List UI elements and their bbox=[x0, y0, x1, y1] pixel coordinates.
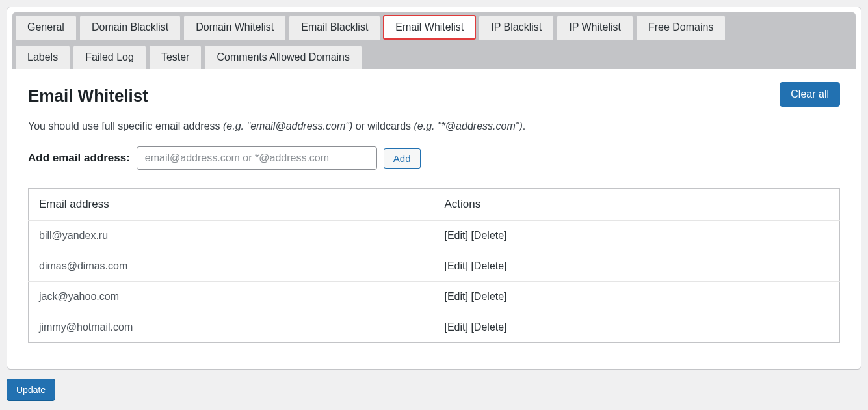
desc-part-1: You should use full specific email addre… bbox=[28, 120, 223, 131]
delete-link[interactable]: [Delete] bbox=[471, 260, 506, 271]
table-row: jimmy@hotmail.com[Edit] [Delete] bbox=[29, 312, 840, 343]
desc-example-1: (e.g. "email@address.com") bbox=[223, 120, 352, 131]
table-row: dimas@dimas.com[Edit] [Delete] bbox=[29, 251, 840, 282]
tab-general[interactable]: General bbox=[15, 15, 77, 40]
email-cell: bill@yandex.ru bbox=[29, 221, 434, 251]
email-cell: dimas@dimas.com bbox=[29, 251, 434, 282]
desc-part-2: or wildcards bbox=[352, 120, 414, 131]
edit-link[interactable]: [Edit] bbox=[445, 260, 468, 271]
tab-free-domains[interactable]: Free Domains bbox=[636, 15, 726, 40]
desc-example-2: (e.g. "*@address.com") bbox=[414, 120, 523, 131]
edit-link[interactable]: [Edit] bbox=[445, 291, 468, 302]
tab-tester[interactable]: Tester bbox=[149, 45, 202, 69]
desc-part-3: . bbox=[523, 120, 525, 131]
col-header-actions: Actions bbox=[434, 189, 840, 221]
add-email-label: Add email address: bbox=[28, 152, 130, 165]
tab-ip-whitelist[interactable]: IP Whitelist bbox=[557, 15, 633, 40]
table-row: bill@yandex.ru[Edit] [Delete] bbox=[29, 221, 840, 251]
tab-content: Email Whitelist Clear all You should use… bbox=[12, 69, 856, 349]
tab-email-blacklist[interactable]: Email Blacklist bbox=[289, 15, 380, 40]
edit-link[interactable]: [Edit] bbox=[445, 230, 468, 241]
tab-domain-whitelist[interactable]: Domain Whitelist bbox=[183, 15, 286, 40]
actions-cell: [Edit] [Delete] bbox=[434, 312, 840, 343]
email-table: Email address Actions bill@yandex.ru[Edi… bbox=[28, 188, 840, 343]
col-header-email: Email address bbox=[29, 189, 434, 221]
tab-failed-log[interactable]: Failed Log bbox=[73, 45, 146, 69]
tab-domain-blacklist[interactable]: Domain Blacklist bbox=[79, 15, 181, 40]
actions-cell: [Edit] [Delete] bbox=[434, 251, 840, 282]
actions-cell: [Edit] [Delete] bbox=[434, 282, 840, 312]
table-row: jack@yahoo.com[Edit] [Delete] bbox=[29, 282, 840, 312]
description-text: You should use full specific email addre… bbox=[28, 120, 840, 132]
delete-link[interactable]: [Delete] bbox=[471, 291, 506, 302]
tab-comments-allowed-domains[interactable]: Comments Allowed Domains bbox=[204, 45, 362, 69]
email-cell: jimmy@hotmail.com bbox=[29, 312, 434, 343]
clear-all-button[interactable]: Clear all bbox=[780, 82, 840, 107]
settings-panel: GeneralDomain BlacklistDomain WhitelistE… bbox=[7, 7, 861, 370]
update-button[interactable]: Update bbox=[7, 379, 55, 401]
add-email-input[interactable] bbox=[137, 146, 377, 170]
tab-bar: GeneralDomain BlacklistDomain WhitelistE… bbox=[12, 12, 856, 69]
delete-link[interactable]: [Delete] bbox=[471, 230, 506, 241]
tab-email-whitelist[interactable]: Email Whitelist bbox=[383, 15, 476, 40]
actions-cell: [Edit] [Delete] bbox=[434, 221, 840, 251]
add-button[interactable]: Add bbox=[384, 148, 421, 169]
tab-ip-blacklist[interactable]: IP Blacklist bbox=[479, 15, 554, 40]
tab-labels[interactable]: Labels bbox=[15, 45, 70, 69]
footer: Update bbox=[7, 379, 861, 401]
page-title: Email Whitelist bbox=[28, 86, 148, 106]
edit-link[interactable]: [Edit] bbox=[445, 321, 468, 333]
email-cell: jack@yahoo.com bbox=[29, 282, 434, 312]
delete-link[interactable]: [Delete] bbox=[471, 321, 506, 333]
add-email-row: Add email address: Add bbox=[28, 146, 840, 170]
